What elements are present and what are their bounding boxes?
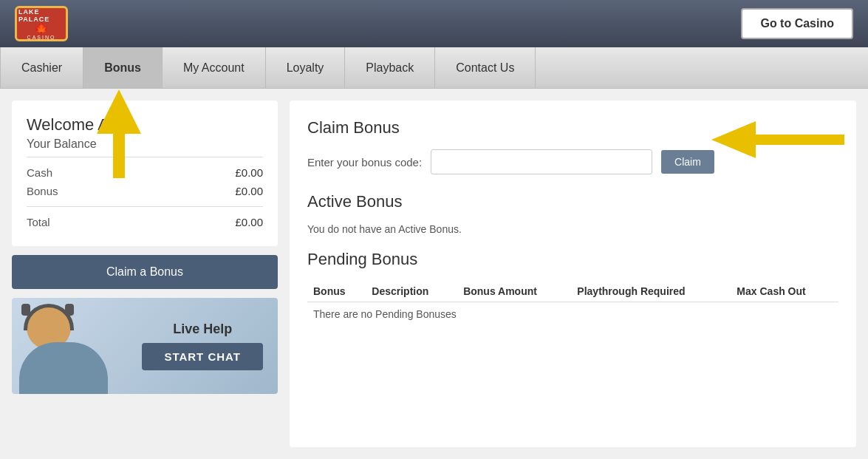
- claim-button[interactable]: Claim: [661, 150, 714, 174]
- col-bonus-amount: Bonus Amount: [457, 281, 571, 302]
- nav-item-my-account[interactable]: My Account: [163, 47, 266, 88]
- start-chat-button[interactable]: START CHAT: [142, 343, 263, 370]
- live-help-card: Live Help START CHAT: [12, 298, 278, 394]
- col-max-cash-out: Max Cash Out: [731, 281, 838, 302]
- nav-item-loyalty[interactable]: Loyalty: [266, 47, 346, 88]
- total-label: Total: [27, 216, 50, 228]
- nav-item-contact-us[interactable]: Contact Us: [435, 47, 536, 88]
- left-panel: Welcome A! Your Balance Cash £0.00 Bonus…: [12, 101, 278, 447]
- bonus-code-label: Enter your bonus code:: [307, 156, 422, 169]
- balance-row-cash: Cash £0.00: [27, 163, 263, 182]
- active-bonus-section: Active Bonus You do not have an Active B…: [307, 192, 838, 235]
- welcome-card: Welcome A! Your Balance Cash £0.00 Bonus…: [12, 101, 278, 246]
- right-panel: Claim Bonus Enter your bonus code: Claim…: [290, 101, 856, 447]
- col-description: Description: [366, 281, 457, 302]
- person-body: [19, 342, 108, 394]
- go-to-casino-button[interactable]: Go to Casino: [741, 8, 853, 39]
- total-value: £0.00: [235, 216, 263, 228]
- no-active-bonus-text: You do not have an Active Bonus.: [307, 223, 838, 235]
- nav-item-playback[interactable]: Playback: [345, 47, 435, 88]
- balance-row-total: Total £0.00: [27, 213, 263, 231]
- agent-photo: [12, 298, 123, 394]
- claim-bonus-section: Claim Bonus Enter your bonus code: Claim: [307, 118, 838, 174]
- live-help-title: Live Help: [173, 322, 232, 337]
- bonus-value: £0.00: [235, 185, 263, 197]
- pending-bonus-title: Pending Bonus: [307, 250, 838, 269]
- nav-item-bonus[interactable]: Bonus: [83, 47, 163, 88]
- pending-bonus-table: Bonus Description Bonus Amount Playthrou…: [307, 281, 838, 326]
- divider-2: [27, 206, 263, 207]
- no-pending-text: There are no Pending Bonuses: [307, 302, 838, 327]
- pending-bonus-section: Pending Bonus Bonus Description Bonus Am…: [307, 250, 838, 326]
- welcome-title: Welcome A!: [27, 115, 263, 135]
- claim-a-bonus-button[interactable]: Claim a Bonus: [12, 255, 278, 289]
- bonus-code-row: Enter your bonus code: Claim: [307, 149, 838, 174]
- active-bonus-title: Active Bonus: [307, 192, 838, 211]
- logo-text-bottom: CASINO: [27, 35, 56, 40]
- pending-table-body: There are no Pending Bonuses: [307, 302, 838, 327]
- pending-table-header: Bonus Description Bonus Amount Playthrou…: [307, 281, 838, 302]
- logo-maple-leaf: 🍁: [34, 23, 49, 35]
- cash-label: Cash: [27, 166, 52, 179]
- nav-item-cashier[interactable]: Cashier: [0, 47, 83, 88]
- main-content: Welcome A! Your Balance Cash £0.00 Bonus…: [0, 89, 868, 459]
- bonus-code-input[interactable]: [431, 149, 652, 174]
- claim-bonus-title: Claim Bonus: [307, 118, 838, 137]
- col-bonus: Bonus: [307, 281, 366, 302]
- header: LAKE PALACE 🍁 CASINO Go to Casino: [0, 0, 868, 47]
- no-pending-row: There are no Pending Bonuses: [307, 302, 838, 327]
- balance-label: Your Balance: [27, 137, 263, 151]
- live-help-content: Live Help START CHAT: [142, 322, 263, 370]
- balance-row-bonus: Bonus £0.00: [27, 182, 263, 200]
- logo: LAKE PALACE 🍁 CASINO: [15, 6, 68, 41]
- divider: [27, 157, 263, 157]
- bonus-label: Bonus: [27, 185, 58, 197]
- headset-left: [21, 304, 30, 316]
- logo-text-top: LAKE PALACE: [18, 8, 64, 23]
- navigation: Cashier Bonus My Account Loyalty Playbac…: [0, 47, 868, 89]
- cash-value: £0.00: [235, 166, 263, 179]
- col-playthrough: Playthrough Required: [571, 281, 731, 302]
- headset-right: [65, 304, 74, 316]
- logo-container: LAKE PALACE 🍁 CASINO: [15, 6, 68, 41]
